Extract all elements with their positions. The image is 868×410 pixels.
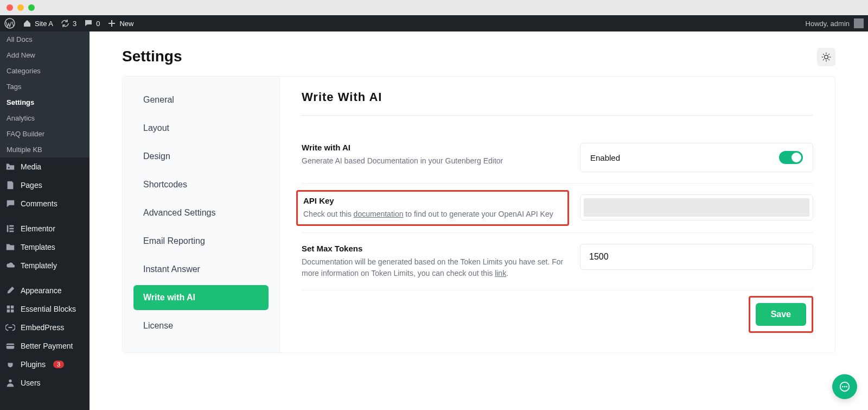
comments-icon [5, 199, 15, 209]
wp-submenu-item[interactable]: FAQ Builder [0, 126, 90, 142]
svg-point-16 [845, 387, 845, 387]
svg-point-15 [843, 387, 843, 387]
wp-submenu-item[interactable]: Analytics [0, 110, 90, 126]
wp-submenu-item[interactable]: Tags [0, 79, 90, 94]
wp-sidebar-item-label: Users [21, 379, 41, 387]
wp-sidebar-item-label: Templates [21, 243, 55, 251]
wp-sidebar-item[interactable]: Plugins3 [0, 355, 90, 374]
api-key-label: API Key [303, 196, 562, 205]
wp-admin-bar: Site A 3 0 New Howdy, admin [0, 15, 868, 31]
main-content: Settings GeneralLayoutDesignShortcodesAd… [90, 31, 868, 410]
max-tokens-label: Set Max Tokens [302, 244, 564, 253]
wp-submenu-item[interactable]: Settings [0, 94, 90, 110]
settings-tabs: GeneralLayoutDesignShortcodesAdvanced Se… [123, 77, 280, 352]
plug-icon [5, 359, 15, 369]
plus-icon [107, 19, 116, 28]
svg-rect-9 [11, 310, 14, 312]
save-button[interactable]: Save [756, 303, 806, 326]
max-tokens-input[interactable] [580, 244, 813, 270]
site-name-label: Site A [35, 20, 53, 28]
wp-sidebar-item[interactable]: EmbedPress [0, 318, 90, 337]
api-key-desc: Check out this documentation to find out… [303, 209, 562, 220]
wp-sidebar-item[interactable]: Comments [0, 194, 90, 213]
adminbar-account[interactable]: Howdy, admin [806, 18, 864, 28]
wp-sidebar-item-label: Appearance [21, 286, 62, 295]
settings-tab[interactable]: Layout [133, 116, 269, 141]
svg-rect-2 [7, 225, 9, 232]
svg-rect-10 [7, 344, 14, 349]
comments-count: 0 [96, 20, 100, 28]
api-key-desc-post: to find out to generate your OpenAI API … [403, 210, 553, 218]
wp-sidebar: All DocsAdd NewCategoriesTagsSettingsAna… [0, 31, 90, 410]
folder-icon [5, 242, 15, 252]
adminbar-site-name[interactable]: Site A [23, 19, 53, 28]
adminbar-new[interactable]: New [107, 19, 133, 28]
svg-rect-6 [7, 306, 10, 308]
wp-submenu-item[interactable]: All Docs [0, 31, 90, 47]
adminbar-comments[interactable]: 0 [84, 19, 100, 28]
badge: 3 [53, 361, 64, 368]
pages-icon [5, 180, 15, 190]
api-key-doc-link[interactable]: documentation [354, 210, 404, 218]
wp-sidebar-item[interactable]: Templately [0, 256, 90, 275]
wp-sidebar-item[interactable]: Essential Blocks [0, 300, 90, 318]
svg-rect-11 [7, 345, 14, 346]
cloud-icon [5, 261, 15, 270]
payment-icon [5, 341, 15, 351]
settings-tab[interactable]: Shortcodes [133, 172, 269, 197]
mac-minimize-dot[interactable] [17, 4, 24, 11]
settings-tab[interactable]: Advanced Settings [133, 200, 269, 225]
chat-fab[interactable] [832, 374, 857, 399]
wp-sidebar-item-label: Comments [21, 199, 58, 208]
settings-panel: Write With AI Write with AI Generate AI … [280, 77, 835, 352]
svg-point-17 [846, 387, 847, 387]
wp-sidebar-item[interactable]: Better Payment [0, 337, 90, 355]
home-icon [23, 19, 31, 28]
sun-icon [821, 52, 832, 62]
setting-row-write-ai: Write with AI Generate AI based Document… [302, 132, 813, 184]
settings-tab[interactable]: Email Reporting [133, 229, 269, 254]
elementor-icon [5, 224, 15, 234]
write-ai-label: Write with AI [302, 143, 564, 152]
avatar [854, 18, 864, 28]
page-title: Settings [122, 48, 835, 65]
max-tokens-desc-pre: Documentation will be generated based on… [302, 257, 563, 277]
wp-sidebar-item-label: Essential Blocks [21, 305, 76, 313]
svg-rect-5 [9, 231, 14, 232]
max-tokens-link[interactable]: link [495, 269, 506, 277]
wp-submenu-item[interactable]: Categories [0, 63, 90, 79]
wp-sidebar-item[interactable]: Elementor [0, 219, 90, 238]
max-tokens-desc: Documentation will be generated based on… [302, 256, 564, 279]
wp-sidebar-item[interactable]: Pages [0, 176, 90, 194]
wp-submenu-item[interactable]: Add New [0, 47, 90, 63]
api-key-input[interactable] [580, 194, 813, 220]
wp-sidebar-item[interactable]: Templates [0, 238, 90, 256]
mac-close-dot[interactable] [7, 4, 13, 11]
svg-rect-4 [9, 228, 14, 230]
mac-zoom-dot[interactable] [28, 4, 35, 11]
wp-submenu-item[interactable]: Multiple KB [0, 142, 90, 157]
write-ai-toggle[interactable] [779, 151, 803, 164]
settings-tab[interactable]: Write with AI [133, 285, 269, 310]
embed-icon [5, 323, 15, 332]
mac-window-chrome [0, 0, 868, 15]
wp-sidebar-submenu: All DocsAdd NewCategoriesTagsSettingsAna… [0, 31, 90, 157]
wp-sidebar-item-label: Templately [21, 261, 57, 270]
svg-point-13 [825, 55, 828, 59]
svg-rect-7 [11, 306, 14, 308]
wp-sidebar-item-label: EmbedPress [21, 323, 64, 332]
wp-sidebar-item[interactable]: Media [0, 157, 90, 176]
svg-rect-3 [9, 225, 14, 227]
wp-logo[interactable] [4, 18, 15, 29]
adminbar-updates[interactable]: 3 [61, 19, 76, 28]
wp-sidebar-item[interactable]: Users [0, 374, 90, 392]
settings-tab[interactable]: Design [133, 144, 269, 169]
write-ai-desc: Generate AI based Documentation in your … [302, 155, 564, 167]
settings-tab[interactable]: License [133, 313, 269, 338]
theme-toggle[interactable] [817, 48, 835, 66]
settings-tab[interactable]: Instant Answer [133, 257, 269, 282]
svg-point-12 [9, 380, 11, 382]
panel-divider [302, 115, 813, 116]
settings-tab[interactable]: General [133, 87, 269, 112]
wp-sidebar-item[interactable]: Appearance [0, 281, 90, 300]
